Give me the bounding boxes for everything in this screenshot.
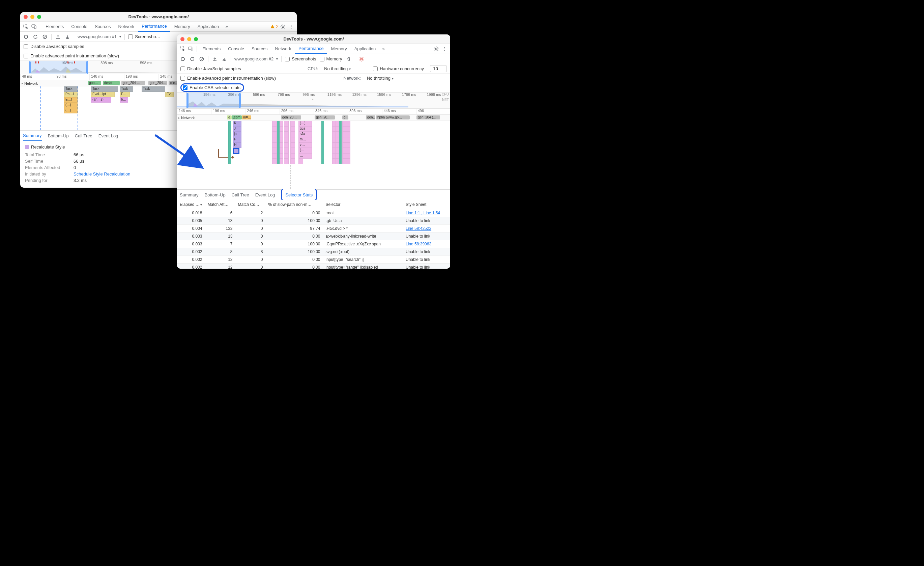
column-header[interactable]: Match Co… xyxy=(235,200,266,209)
column-header[interactable]: Match Att… xyxy=(205,200,235,209)
flame-cell[interactable] xyxy=(272,153,277,159)
tab-console[interactable]: Console xyxy=(68,22,91,32)
subtab-bottomup[interactable]: Bottom-Up xyxy=(205,189,226,200)
table-row[interactable]: 0.004133097.74.HG1dvd > *Line 58:42522 xyxy=(177,225,450,233)
flame-cell[interactable]: sJa xyxy=(298,132,312,137)
column-header[interactable]: Selector xyxy=(323,200,403,209)
network-request[interactable]: gen_20… xyxy=(281,116,301,119)
flame-cell[interactable]: Eval…ipt xyxy=(91,92,115,97)
tab-performance[interactable]: Performance xyxy=(138,22,170,32)
cpu-select[interactable]: No throttling xyxy=(324,66,351,71)
flame-cell[interactable] xyxy=(272,159,277,164)
flame-cell[interactable]: (…) xyxy=(64,108,78,113)
flame-cell[interactable]: Pa…L xyxy=(64,92,78,97)
flame-cell[interactable]: gJa xyxy=(298,126,312,132)
reload-icon[interactable] xyxy=(189,56,195,62)
flame-cell[interactable]: (…) xyxy=(298,121,312,126)
subtab-calltree[interactable]: Call Tree xyxy=(232,189,249,200)
recording-select[interactable]: www.google.com #1 xyxy=(78,34,121,39)
column-header[interactable]: Style Sheet xyxy=(403,200,450,209)
reload-icon[interactable] xyxy=(32,34,39,40)
network-request[interactable]: .com… xyxy=(232,116,242,119)
disable-js-checkbox[interactable]: Disable JavaScript samples xyxy=(24,44,84,49)
clear-icon[interactable] xyxy=(42,34,48,40)
flame-cell[interactable] xyxy=(272,137,277,142)
flame-cell[interactable]: J xyxy=(232,126,242,132)
table-row[interactable]: 0.005130100.00.gb_Uc aUnable to link xyxy=(177,217,450,225)
paint-instr-checkbox[interactable]: Enable advanced paint instrumentation (s… xyxy=(180,75,276,81)
flame-cell[interactable]: E…t xyxy=(64,97,78,102)
network-request[interactable]: gen_20… xyxy=(315,116,335,119)
flame-cell[interactable]: b… xyxy=(120,97,128,102)
flame-cell[interactable]: ja xyxy=(232,132,242,137)
subtab-summary[interactable]: Summary xyxy=(180,189,199,200)
inspect-icon[interactable] xyxy=(22,23,30,30)
gear-icon[interactable] xyxy=(358,56,364,62)
flame-cell[interactable] xyxy=(346,132,350,137)
inspect-icon[interactable] xyxy=(179,45,186,53)
flame-cell[interactable]: Task xyxy=(64,86,78,92)
network-request[interactable]: e… xyxy=(227,116,232,119)
more-tabs-icon[interactable]: » xyxy=(223,23,230,30)
network-lane[interactable]: ▸Network e….com…m=…gen_20…gen_20…c…gen…h… xyxy=(177,115,450,121)
device-icon[interactable] xyxy=(187,45,195,53)
subtab-selectorstats[interactable]: Selector Stats xyxy=(285,189,313,200)
network-request[interactable]: m=… xyxy=(242,116,251,119)
flame-cell[interactable]: (an…s) xyxy=(91,97,111,102)
gear-icon[interactable] xyxy=(433,45,440,53)
flame-cell[interactable]: Ev… xyxy=(165,92,174,97)
flame-cell[interactable]: Task xyxy=(120,86,133,92)
table-row[interactable]: 0.0021200.00input[type="range" i]:disabl… xyxy=(177,263,450,269)
trash-icon[interactable] xyxy=(346,56,352,62)
flame-cell[interactable] xyxy=(284,159,289,164)
download-icon[interactable] xyxy=(221,56,227,62)
flame-cell[interactable] xyxy=(346,148,350,153)
kebab-icon[interactable]: ⋮ xyxy=(441,45,448,53)
flame-cell[interactable] xyxy=(346,126,350,132)
css-selector-stats-checkbox[interactable]: Enable CSS selector stats xyxy=(183,85,240,90)
table-row[interactable]: 0.0021200.00input[type="search" i]Unable… xyxy=(177,256,450,263)
record-icon[interactable] xyxy=(180,56,186,62)
flame-cell[interactable] xyxy=(346,159,350,164)
flame-cell[interactable]: m… xyxy=(298,137,312,142)
network-select[interactable]: No throttling xyxy=(367,75,393,81)
device-icon[interactable] xyxy=(30,23,38,30)
recording-select[interactable]: www.google.com #2 xyxy=(234,56,278,62)
tab-network[interactable]: Network xyxy=(272,44,295,54)
hw-concurrency-checkbox[interactable]: Hardware concurrency xyxy=(373,66,424,71)
tab-memory[interactable]: Memory xyxy=(171,22,194,32)
subtab-summary[interactable]: Summary xyxy=(23,130,42,141)
flame-cell[interactable] xyxy=(346,121,350,126)
flame-cell[interactable] xyxy=(272,148,277,153)
screenshots-checkbox[interactable]: Screenshots xyxy=(285,56,316,62)
flame-cell[interactable]: (…) xyxy=(64,102,78,108)
flame-cell[interactable] xyxy=(284,121,289,126)
stylesheet-cell[interactable]: Line 58:42522 xyxy=(403,225,450,233)
flame-cell[interactable] xyxy=(290,142,295,148)
flame-cell[interactable] xyxy=(290,137,295,142)
flame-cell[interactable] xyxy=(290,121,295,126)
download-icon[interactable] xyxy=(64,34,70,40)
tab-application[interactable]: Application xyxy=(351,44,380,54)
table-row[interactable]: 0.00288100.00svg:not(:root)Unable to lin… xyxy=(177,248,450,256)
network-request[interactable]: gen_204 … xyxy=(122,81,145,85)
flame-cell[interactable] xyxy=(290,132,295,137)
flame-cell[interactable] xyxy=(284,142,289,148)
network-request[interactable]: c… xyxy=(342,116,348,119)
memory-checkbox[interactable]: Memory xyxy=(320,56,342,62)
network-request[interactable]: gen_204… xyxy=(148,81,167,85)
screenshots-checkbox[interactable]: Screensho… xyxy=(128,34,160,39)
subtab-calltree[interactable]: Call Tree xyxy=(75,130,92,141)
flame-cell[interactable]: Task xyxy=(91,86,118,92)
hw-concurrency-input[interactable] xyxy=(430,65,447,72)
network-request[interactable]: hpba (www.go… xyxy=(376,116,410,119)
flame-cell[interactable] xyxy=(284,132,289,137)
table-row[interactable]: 0.018620.00:rootLine 1:1 , Line 1:54 xyxy=(177,209,450,217)
upload-icon[interactable] xyxy=(55,34,61,40)
record-icon[interactable] xyxy=(23,34,29,40)
more-tabs-icon[interactable]: » xyxy=(380,45,387,53)
overview-minimap[interactable]: 196 ms396 ms596 ms796 ms996 ms1196 ms139… xyxy=(177,92,450,109)
column-header[interactable]: % of slow-path non-m… xyxy=(266,200,323,209)
flame-cell[interactable] xyxy=(284,137,289,142)
flame-cell[interactable] xyxy=(298,159,303,164)
